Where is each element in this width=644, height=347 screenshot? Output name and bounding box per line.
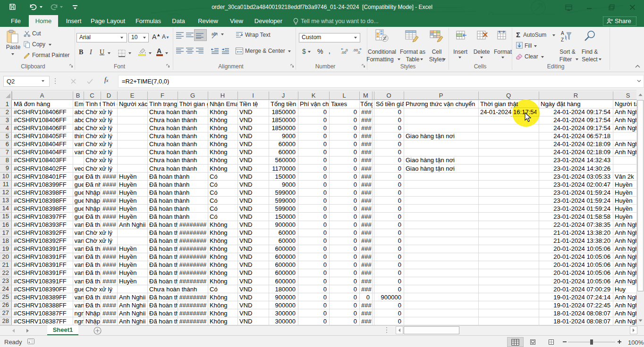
svg-text:.0: .0	[357, 50, 360, 54]
svg-text:A: A	[561, 31, 564, 36]
svg-text:ab: ab	[212, 32, 216, 36]
svg-text:.0: .0	[345, 48, 348, 52]
svg-text:Z: Z	[561, 37, 564, 42]
